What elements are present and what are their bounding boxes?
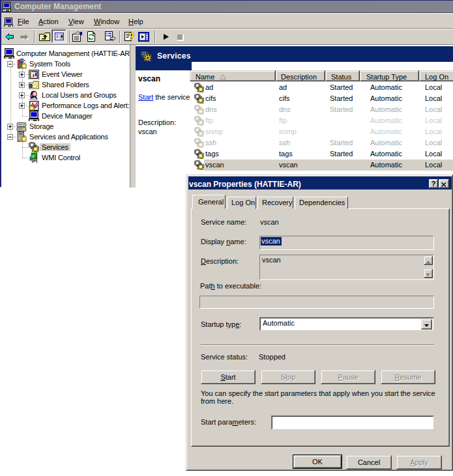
svg-text:?: ? [128,31,135,42]
